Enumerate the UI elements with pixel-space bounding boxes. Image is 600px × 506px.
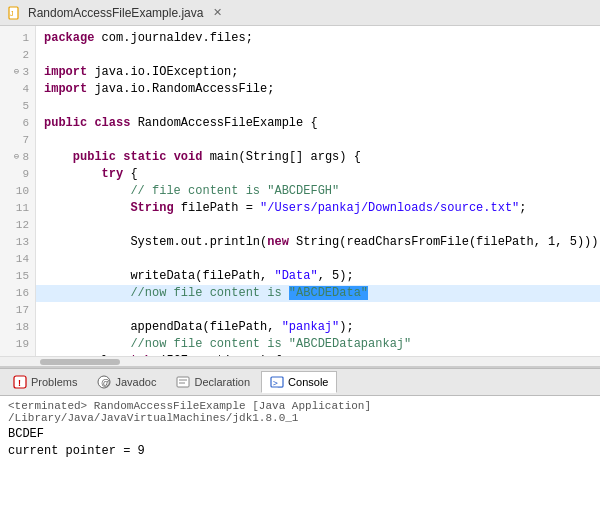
close-tab-button[interactable]: ✕ [213, 6, 222, 19]
code-line: try { [36, 166, 600, 183]
code-content[interactable]: package com.journaldev.files;import java… [36, 26, 600, 356]
tab-console[interactable]: >_Console [261, 371, 337, 393]
line-number: 20 [0, 353, 35, 356]
console-tab-label: Console [288, 376, 328, 388]
code-line [36, 217, 600, 234]
line-number: 11 [0, 200, 35, 217]
console-output: <terminated> RandomAccessFileExample [Ja… [0, 396, 600, 506]
console-output-lines: BCDEFcurrent pointer = 9 [8, 426, 592, 460]
line-number: 14 [0, 251, 35, 268]
code-line: System.out.println(new String(readCharsF… [36, 234, 600, 251]
fold-icon[interactable]: ⊖ [12, 154, 20, 162]
declaration-tab-label: Declaration [194, 376, 250, 388]
line-number: 1 [0, 30, 35, 47]
line-numbers: 12⊖34567⊖8910111213141516171819202122232… [0, 26, 36, 356]
code-line: import java.io.IOException; [36, 64, 600, 81]
fold-icon[interactable]: ⊖ [12, 69, 20, 77]
line-number: 5 [0, 98, 35, 115]
line-number: ⊖8 [0, 149, 35, 166]
scrollbar-thumb[interactable] [40, 359, 120, 365]
tab-javadoc[interactable]: @Javadoc [88, 371, 165, 393]
line-number: 18 [0, 319, 35, 336]
bottom-tabs-bar: !Problems@JavadocDeclaration>_Console [0, 368, 600, 396]
code-line: writeData(filePath, "Data", 5); [36, 268, 600, 285]
svg-text:!: ! [18, 378, 21, 388]
javadoc-tab-label: Javadoc [115, 376, 156, 388]
line-number: 9 [0, 166, 35, 183]
tab-declaration[interactable]: Declaration [167, 371, 259, 393]
code-line: import java.io.RandomAccessFile; [36, 81, 600, 98]
line-number: 12 [0, 217, 35, 234]
svg-text:@: @ [101, 378, 110, 388]
problems-tab-icon: ! [13, 375, 27, 389]
code-line: public static void main(String[] args) { [36, 149, 600, 166]
editor-tab-title: RandomAccessFileExample.java [28, 6, 203, 20]
code-line: // file content is "ABCDEFGH" [36, 183, 600, 200]
line-number: ⊖3 [0, 64, 35, 81]
svg-text:J: J [10, 10, 14, 17]
code-line: appendData(filePath, "pankaj"); [36, 319, 600, 336]
svg-rect-6 [177, 377, 189, 387]
console-output-line: current pointer = 9 [8, 443, 592, 460]
selected-text: "ABCDEData" [289, 286, 368, 300]
horizontal-scrollbar[interactable] [0, 356, 600, 366]
code-line [36, 98, 600, 115]
code-line [36, 251, 600, 268]
code-line [36, 302, 600, 319]
tab-problems[interactable]: !Problems [4, 371, 86, 393]
code-line: //now file content is "ABCDEDatapankaj" [36, 336, 600, 353]
code-line: //now file content is "ABCDEData" [36, 285, 600, 302]
declaration-tab-icon [176, 375, 190, 389]
line-number: 19 [0, 336, 35, 353]
code-editor: 12⊖34567⊖8910111213141516171819202122232… [0, 26, 600, 356]
line-number: 4 [0, 81, 35, 98]
bottom-panel: !Problems@JavadocDeclaration>_Console <t… [0, 366, 600, 506]
svg-text:>_: >_ [273, 379, 283, 388]
file-icon: J [8, 6, 22, 20]
code-line [36, 132, 600, 149]
code-line [36, 47, 600, 64]
console-header-line: <terminated> RandomAccessFileExample [Ja… [8, 400, 592, 424]
line-number: 7 [0, 132, 35, 149]
line-number: 6 [0, 115, 35, 132]
code-line: public class RandomAccessFileExample { [36, 115, 600, 132]
line-number: 16 [0, 285, 35, 302]
line-number: 13 [0, 234, 35, 251]
console-tab-icon: >_ [270, 375, 284, 389]
line-number: 10 [0, 183, 35, 200]
javadoc-tab-icon: @ [97, 375, 111, 389]
line-number: 15 [0, 268, 35, 285]
code-line: package com.journaldev.files; [36, 30, 600, 47]
problems-tab-label: Problems [31, 376, 77, 388]
line-number: 17 [0, 302, 35, 319]
line-number: 2 [0, 47, 35, 64]
title-bar: J RandomAccessFileExample.java ✕ [0, 0, 600, 26]
code-line: String filePath = "/Users/pankaj/Downloa… [36, 200, 600, 217]
console-output-line: BCDEF [8, 426, 592, 443]
code-line: } catch (IOException e) { [36, 353, 600, 356]
